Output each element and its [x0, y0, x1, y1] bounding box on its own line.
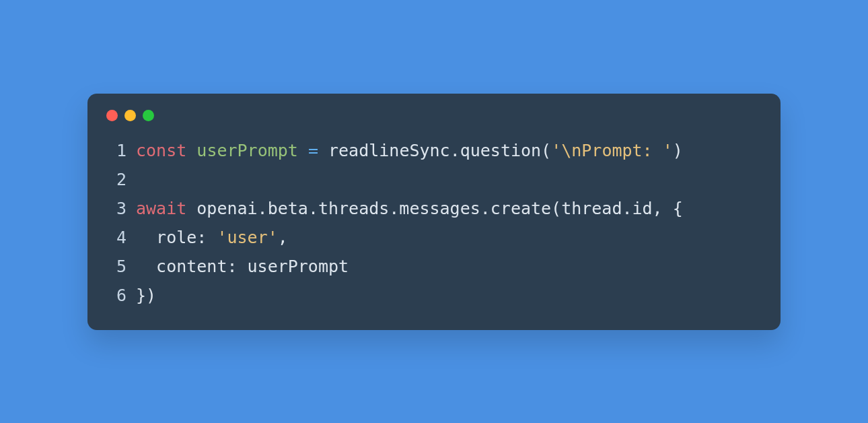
code-window: 1const userPrompt = readlineSync.questio… — [87, 94, 781, 330]
code-content: role: 'user', — [136, 223, 288, 252]
code-line: 1const userPrompt = readlineSync.questio… — [106, 136, 762, 165]
code-token — [298, 141, 308, 160]
code-token: role: — [136, 228, 217, 247]
code-token — [186, 141, 196, 160]
line-number: 3 — [106, 194, 126, 223]
code-token: , — [278, 228, 288, 247]
line-number: 6 — [106, 281, 126, 310]
code-token: = — [308, 141, 318, 160]
code-area: 1const userPrompt = readlineSync.questio… — [87, 136, 781, 310]
code-line: 5 content: userPrompt — [106, 252, 762, 281]
line-number: 4 — [106, 223, 126, 252]
code-line: 3await openai.beta.threads.messages.crea… — [106, 194, 762, 223]
code-token: '\nPrompt: ' — [551, 141, 673, 160]
code-content: }) — [136, 281, 156, 310]
code-token: readlineSync.question( — [318, 141, 551, 160]
code-content: const userPrompt = readlineSync.question… — [136, 136, 683, 165]
code-token: content: userPrompt — [136, 257, 349, 276]
window-controls — [87, 110, 781, 136]
maximize-icon[interactable] — [143, 110, 154, 121]
line-number: 2 — [106, 165, 126, 194]
code-token: userPrompt — [196, 141, 298, 160]
code-content: await openai.beta.threads.messages.creat… — [136, 194, 683, 223]
minimize-icon[interactable] — [124, 110, 136, 121]
code-line: 4 role: 'user', — [106, 223, 762, 252]
code-content — [136, 165, 146, 194]
code-token: 'user' — [217, 228, 277, 247]
code-line: 6}) — [106, 281, 762, 310]
code-token: ) — [673, 141, 683, 160]
code-token: await — [136, 199, 186, 218]
close-icon[interactable] — [106, 110, 118, 121]
code-token: openai.beta.threads.messages.create(thre… — [186, 199, 683, 218]
code-line: 2 — [106, 165, 762, 194]
code-content: content: userPrompt — [136, 252, 349, 281]
line-number: 1 — [106, 136, 126, 165]
line-number: 5 — [106, 252, 126, 281]
code-token: }) — [136, 286, 156, 305]
code-token: const — [136, 141, 186, 160]
